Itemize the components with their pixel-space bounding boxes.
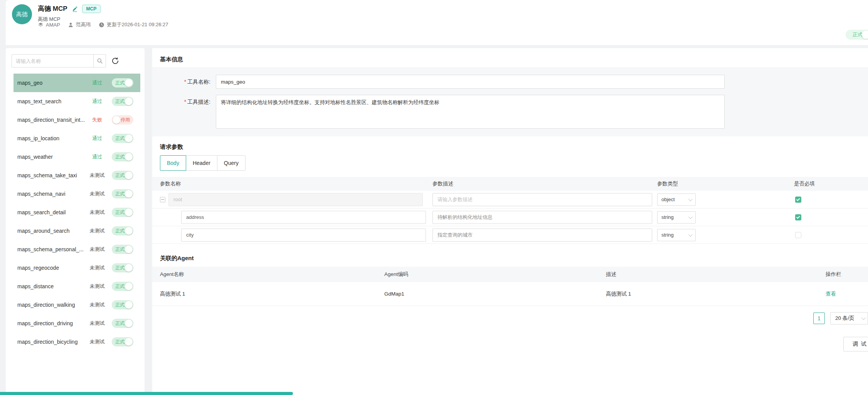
param-row: object (152, 191, 868, 208)
edit-title-icon[interactable] (72, 6, 78, 12)
agent-actions: 查看 (826, 291, 868, 298)
type-badge: MCP (82, 5, 101, 13)
tool-list-item[interactable]: maps_text_search通过正式 (13, 92, 140, 111)
tool-list-item[interactable]: maps_ip_location通过正式 (13, 129, 140, 148)
tool-list-item[interactable]: maps_regeocode未测试正式 (13, 259, 140, 277)
tool-list-item[interactable]: maps_direction_bicycling未测试正式 (13, 333, 140, 351)
agent-column-header: 描述 (606, 271, 826, 278)
page-size-select[interactable]: 20 条/页 (830, 312, 868, 324)
param-name-cell (160, 211, 432, 224)
tool-enable-toggle[interactable]: 正式 (112, 78, 133, 87)
horizontal-scrollbar[interactable] (0, 392, 293, 395)
toggle-knob (125, 190, 133, 198)
param-column-header: 是否必填 (794, 180, 868, 187)
tool-enable-toggle[interactable]: 正式 (112, 152, 133, 161)
tool-name: maps_around_search (17, 228, 86, 234)
toggle-knob (125, 301, 133, 309)
tool-list-item[interactable]: maps_schema_personal_...未测试正式 (13, 240, 140, 259)
tool-name-input[interactable] (216, 75, 725, 89)
param-table-body: objectstringstring (152, 191, 868, 244)
page-number-button[interactable]: 1 (813, 313, 825, 324)
tool-list-item[interactable]: maps_distance未测试正式 (13, 277, 140, 296)
param-name-input[interactable] (181, 211, 426, 224)
minus-glyph (161, 199, 164, 200)
toggle-label: 正式 (115, 246, 124, 253)
tool-test-status: 未测试 (86, 246, 108, 253)
chevron-down-icon (688, 232, 693, 236)
main-panel: 基本信息 *工具名称: *工具描述: 将详细的结构化地址转换为经纬度坐标。支持对… (152, 48, 868, 395)
tool-sidebar: maps_geo通过正式maps_text_search通过正式maps_dir… (6, 48, 145, 395)
debug-button[interactable]: 调 试 (843, 337, 868, 351)
toggle-label: 正式 (115, 154, 124, 160)
toggle-knob (125, 282, 133, 290)
tool-list-item[interactable]: maps_direction_transit_int...失败停用 (13, 111, 140, 129)
param-desc-cell (432, 229, 657, 242)
toggle-label: 正式 (115, 80, 124, 86)
tab-header[interactable]: Header (186, 155, 217, 171)
check-icon (796, 215, 800, 219)
tab-query[interactable]: Query (217, 155, 246, 171)
tool-name: maps_direction_driving (17, 320, 86, 326)
view-link[interactable]: 查看 (826, 291, 836, 298)
toggle-label: 正式 (115, 172, 124, 179)
param-type-select[interactable]: string (657, 211, 696, 224)
refresh-icon[interactable] (111, 57, 119, 65)
tool-list-item[interactable]: maps_schema_navi未测试正式 (13, 185, 140, 203)
search-icon[interactable] (93, 55, 106, 67)
tool-list-item[interactable]: maps_schema_take_taxi未测试正式 (13, 166, 140, 185)
toggle-knob (125, 245, 133, 253)
tool-enable-toggle[interactable]: 正式 (112, 263, 133, 272)
required-checkbox[interactable] (795, 214, 801, 220)
param-name-input[interactable] (181, 229, 426, 242)
tab-body[interactable]: Body (160, 155, 186, 171)
tool-enable-toggle[interactable]: 正式 (112, 171, 133, 180)
tool-list-item[interactable]: maps_around_search未测试正式 (13, 222, 140, 240)
tool-name: maps_direction_transit_int... (17, 117, 86, 123)
tool-enable-toggle[interactable]: 正式 (112, 300, 133, 309)
tool-list-item[interactable]: maps_weather通过正式 (13, 148, 140, 166)
tool-enable-toggle[interactable]: 正式 (112, 319, 133, 328)
tool-list-item[interactable]: maps_search_detail未测试正式 (13, 203, 140, 222)
tool-enable-toggle[interactable]: 正式 (112, 337, 133, 346)
toggle-knob (125, 264, 133, 272)
param-table-header: 参数名称参数描述参数类型是否必填 (152, 177, 868, 191)
section-title-request-params: 请求参数 (160, 143, 868, 151)
param-desc-input[interactable] (432, 193, 652, 206)
tool-enable-toggle[interactable]: 正式 (112, 226, 133, 235)
agent-row: 高德测试 1GdMap1高德测试 1查看 (152, 282, 868, 306)
tool-enable-toggle[interactable]: 正式 (112, 245, 133, 254)
tool-list-item[interactable]: maps_direction_walking未测试正式 (13, 296, 140, 314)
toggle-knob (125, 134, 133, 142)
search-input[interactable] (12, 55, 93, 67)
param-column-header: 参数名称 (160, 180, 432, 187)
publish-status-label: 正式 (853, 31, 863, 38)
tool-enable-toggle[interactable]: 正式 (112, 134, 133, 143)
param-type-select[interactable]: object (657, 193, 696, 206)
required-checkbox[interactable] (795, 232, 801, 238)
tool-enable-toggle[interactable]: 正式 (112, 97, 133, 106)
tool-enable-toggle[interactable]: 正式 (112, 282, 133, 291)
tool-name: maps_distance (17, 283, 86, 289)
param-desc-input[interactable] (432, 211, 652, 224)
publish-status-toggle[interactable]: 正式 (846, 30, 868, 40)
tool-test-status: 通过 (86, 153, 108, 160)
tool-name: maps_ip_location (17, 135, 86, 141)
required-checkbox[interactable] (795, 197, 801, 203)
tool-test-status: 未测试 (86, 301, 108, 308)
param-name-input[interactable] (168, 193, 423, 206)
tool-desc-textarea[interactable]: 将详细的结构化地址转换为经纬度坐标。支持对地标性名胜景区、建筑物名称解析为经纬度… (216, 95, 725, 129)
section-title-agents: 关联的Agent (160, 255, 868, 262)
tool-list-item[interactable]: maps_geo通过正式 (13, 74, 140, 92)
tool-enable-toggle[interactable]: 停用 (112, 115, 133, 124)
param-type-select[interactable]: string (657, 229, 696, 241)
param-desc-cell (432, 211, 657, 224)
tool-list: maps_geo通过正式maps_text_search通过正式maps_dir… (6, 74, 145, 351)
collapse-icon[interactable] (160, 197, 165, 202)
tool-enable-toggle[interactable]: 正式 (112, 208, 133, 217)
param-location-tabs: BodyHeaderQuery (160, 155, 868, 171)
required-mark: * (184, 99, 186, 105)
tool-test-status: 未测试 (86, 209, 108, 216)
tool-list-item[interactable]: maps_direction_driving未测试正式 (13, 314, 140, 333)
param-desc-input[interactable] (432, 229, 652, 242)
tool-enable-toggle[interactable]: 正式 (112, 189, 133, 198)
